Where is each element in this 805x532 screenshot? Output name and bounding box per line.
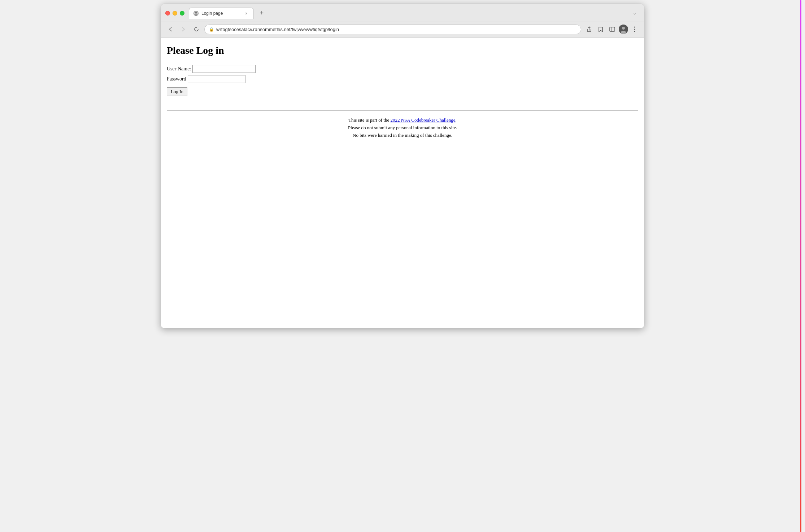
active-tab[interactable]: Login page × bbox=[189, 8, 254, 19]
title-bar: Login page × + ⌄ bbox=[161, 4, 644, 22]
maximize-window-button[interactable] bbox=[180, 11, 184, 16]
lock-icon: 🔒 bbox=[209, 27, 214, 32]
footer-line1: This site is part of the 2022 NSA Codebr… bbox=[167, 117, 638, 124]
minimize-window-button[interactable] bbox=[173, 11, 177, 16]
username-row: User Name: bbox=[167, 65, 638, 73]
password-row: Password bbox=[167, 75, 638, 83]
svg-point-8 bbox=[634, 27, 635, 28]
toolbar-icons bbox=[584, 24, 640, 34]
username-label: User Name: bbox=[167, 66, 191, 72]
tab-favicon bbox=[193, 11, 199, 16]
footer-line3: No bits were harmed in the making of thi… bbox=[167, 132, 638, 139]
forward-button[interactable] bbox=[178, 24, 188, 34]
username-input[interactable] bbox=[192, 65, 256, 73]
right-accent bbox=[800, 0, 801, 532]
codebreaker-link[interactable]: 2022 NSA Codebreaker Challenge bbox=[390, 117, 455, 123]
page-content: Please Log in User Name: Password Log In… bbox=[161, 38, 644, 328]
back-button[interactable] bbox=[165, 24, 175, 34]
footer: This site is part of the 2022 NSA Codebr… bbox=[167, 117, 638, 139]
user-avatar[interactable] bbox=[619, 25, 628, 34]
footer-line1-pre: This site is part of the bbox=[348, 117, 390, 123]
tab-title: Login page bbox=[201, 11, 240, 16]
browser-window: Login page × + ⌄ 🔒 bbox=[161, 4, 644, 328]
divider bbox=[167, 110, 638, 111]
address-field[interactable]: 🔒 wrfbgtsocesalacv.ransommethis.net/fwjv… bbox=[204, 25, 581, 34]
footer-line1-post: . bbox=[456, 117, 457, 123]
tabs-dropdown-button[interactable]: ⌄ bbox=[630, 8, 640, 18]
tabs-row: Login page × + ⌄ bbox=[189, 8, 640, 19]
traffic-lights bbox=[165, 11, 184, 16]
password-label: Password bbox=[167, 76, 186, 82]
svg-rect-3 bbox=[610, 27, 615, 31]
password-input[interactable] bbox=[188, 75, 245, 83]
login-button[interactable]: Log In bbox=[167, 87, 187, 96]
share-button[interactable] bbox=[584, 24, 594, 34]
tab-close-button[interactable]: × bbox=[243, 10, 249, 16]
new-tab-button[interactable]: + bbox=[257, 8, 267, 18]
login-form: User Name: Password Log In bbox=[167, 65, 638, 96]
reload-button[interactable] bbox=[191, 24, 201, 34]
svg-point-9 bbox=[634, 29, 635, 30]
sidebar-button[interactable] bbox=[607, 24, 617, 34]
title-bar-top: Login page × + ⌄ bbox=[165, 8, 640, 19]
url-text: wrfbgtsocesalacv.ransommethis.net/fwjvwe… bbox=[216, 27, 339, 32]
svg-point-10 bbox=[634, 31, 635, 32]
address-bar: 🔒 wrfbgtsocesalacv.ransommethis.net/fwjv… bbox=[161, 22, 644, 38]
menu-button[interactable] bbox=[630, 24, 640, 34]
footer-line2: Please do not submit any personal inform… bbox=[167, 124, 638, 132]
bookmark-button[interactable] bbox=[596, 24, 606, 34]
svg-point-6 bbox=[622, 27, 625, 30]
close-window-button[interactable] bbox=[165, 11, 170, 16]
page-title: Please Log in bbox=[167, 45, 638, 56]
